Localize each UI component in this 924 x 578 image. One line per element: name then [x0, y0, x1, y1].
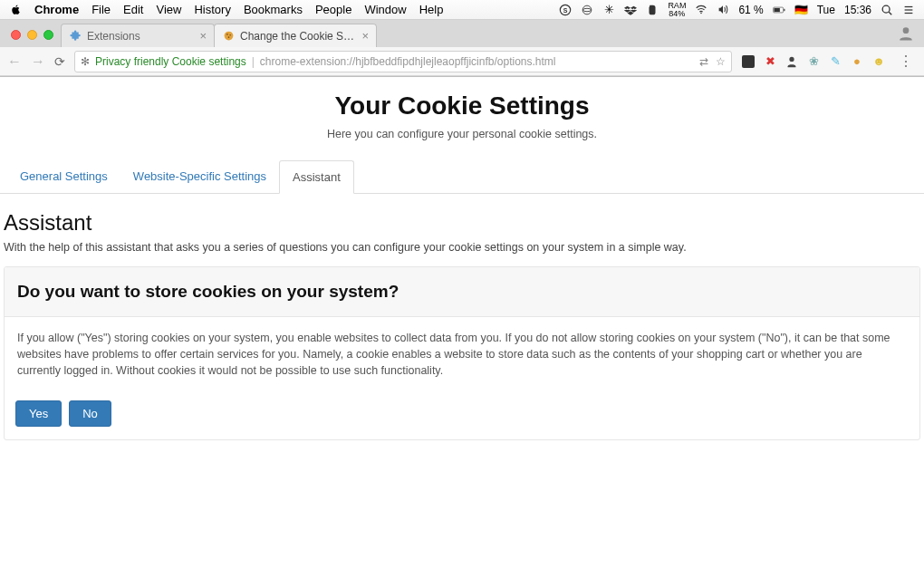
svg-point-7 [882, 5, 890, 13]
svg-line-8 [889, 12, 891, 14]
question-body: If you allow ("Yes") storing cookies on … [5, 317, 919, 391]
tab-website-specific-settings[interactable]: Website-Specific Settings [120, 160, 279, 193]
tab-assistant[interactable]: Assistant [279, 160, 354, 194]
svg-point-12 [224, 32, 233, 41]
dropbox-icon[interactable] [624, 4, 637, 16]
settings-tabs: General Settings Website-Specific Settin… [0, 160, 924, 194]
url-text: chrome-extension://hjbfbeddfipdhjlejleao… [260, 55, 694, 68]
section-heading: Assistant [4, 210, 920, 236]
svg-text:S: S [563, 6, 568, 13]
clock-time: 15:36 [844, 4, 871, 16]
question-heading: Do you want to store cookies on your sys… [17, 282, 907, 302]
bookmark-star-icon[interactable]: ☆ [716, 55, 726, 68]
site-info-icon[interactable]: ✻ [81, 55, 90, 68]
svg-rect-6 [784, 8, 784, 10]
menu-people[interactable]: People [315, 3, 351, 16]
tab-strip: Extensions × Change the Cookie Settings … [0, 20, 924, 47]
menu-file[interactable]: File [91, 3, 111, 16]
skype-icon[interactable]: S [559, 4, 572, 16]
browser-toolbar: ← → ⟳ ✻ Privacy friendly Cookie settings… [0, 47, 924, 76]
window-zoom-button[interactable] [43, 30, 53, 40]
address-bar[interactable]: ✻ Privacy friendly Cookie settings | chr… [74, 51, 732, 72]
menu-view[interactable]: View [156, 3, 181, 16]
ext-icon-4[interactable]: ❀ [806, 54, 821, 69]
tab-title: Change the Cookie Settings [240, 30, 356, 43]
svg-point-3 [701, 13, 703, 14]
svg-rect-5 [774, 7, 779, 11]
profile-icon[interactable] [897, 24, 915, 43]
ext-icon-2[interactable]: ✖ [763, 54, 777, 69]
svg-point-13 [226, 34, 228, 35]
apple-icon[interactable] [9, 4, 22, 16]
svg-point-2 [583, 5, 592, 14]
menubar-app-name[interactable]: Chrome [34, 3, 79, 16]
mac-menubar: Chrome File Edit View History Bookmarks … [0, 0, 924, 20]
window-controls [5, 30, 61, 47]
browser-tab-extensions[interactable]: Extensions × [61, 24, 215, 47]
no-button[interactable]: No [69, 400, 111, 427]
svg-point-17 [789, 56, 794, 61]
question-panel: Do you want to store cookies on your sys… [4, 266, 920, 440]
tab-title: Extensions [87, 30, 194, 43]
ext-icon-3[interactable] [784, 54, 799, 69]
clock-day: Tue [817, 4, 835, 16]
chrome-menu-icon[interactable]: ⋮ [895, 53, 917, 70]
yes-button[interactable]: Yes [15, 400, 62, 427]
svg-point-15 [227, 36, 229, 38]
ext-icon-5[interactable]: ✎ [828, 54, 842, 69]
page-content: Your Cookie Settings Here you can config… [0, 77, 924, 449]
close-icon[interactable]: × [199, 29, 207, 43]
browser-chrome: Extensions × Change the Cookie Settings … [0, 20, 924, 77]
cookie-icon [222, 30, 235, 43]
menu-help[interactable]: Help [419, 3, 444, 16]
menu-window[interactable]: Window [364, 3, 406, 16]
menu-history[interactable]: History [194, 3, 230, 16]
puzzle-icon [69, 30, 82, 43]
page-subtitle: Here you can configure your personal coo… [0, 128, 924, 140]
page-title: Your Cookie Settings [0, 92, 924, 120]
ext-icon-7[interactable]: ☻ [871, 54, 886, 69]
wifi-icon[interactable] [695, 4, 707, 16]
window-minimize-button[interactable] [27, 30, 37, 40]
menu-edit[interactable]: Edit [123, 3, 143, 16]
forward-button[interactable]: → [31, 53, 45, 70]
site-identity-label: Privacy friendly Cookie settings [95, 55, 246, 68]
svg-point-16 [903, 27, 910, 34]
translate-icon[interactable]: ⇄ [699, 55, 708, 68]
menu-extras-icon[interactable]: ✳ [602, 4, 615, 16]
ext-icon-1[interactable] [741, 54, 756, 69]
evernote-icon[interactable] [646, 4, 659, 16]
back-button[interactable]: ← [7, 53, 22, 70]
svg-point-14 [229, 34, 231, 36]
spotlight-icon[interactable] [881, 4, 893, 16]
input-source-flag[interactable]: 🇩🇪 [794, 4, 808, 16]
battery-icon[interactable] [773, 4, 785, 16]
volume-icon[interactable] [717, 4, 729, 16]
window-close-button[interactable] [11, 30, 21, 40]
battery-percent: 61 % [738, 4, 763, 16]
menu-bookmarks[interactable]: Bookmarks [244, 3, 303, 16]
reload-button[interactable]: ⟳ [54, 54, 65, 69]
extension-icons: ✖ ❀ ✎ ● ☻ [741, 54, 886, 69]
istat-icon[interactable]: RAM84% [668, 2, 686, 18]
close-icon[interactable]: × [361, 29, 369, 43]
notification-center-icon[interactable] [902, 4, 915, 16]
browser-tab-cookie-settings[interactable]: Change the Cookie Settings × [214, 24, 377, 47]
atom-icon[interactable] [581, 4, 593, 16]
section-lead: With the help of this assistant that ask… [4, 241, 920, 254]
tab-general-settings[interactable]: General Settings [7, 160, 120, 193]
ext-icon-6[interactable]: ● [850, 54, 864, 69]
